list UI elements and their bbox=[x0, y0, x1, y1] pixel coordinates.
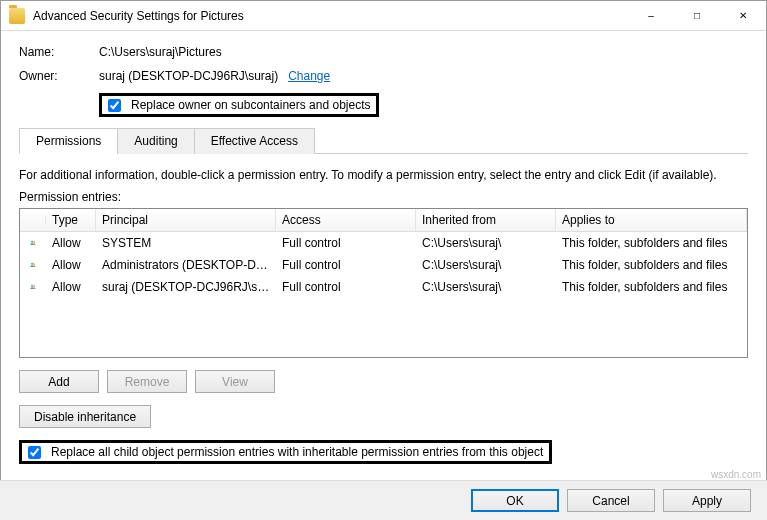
change-owner-link[interactable]: Change bbox=[288, 69, 330, 83]
ok-button[interactable]: OK bbox=[471, 489, 559, 512]
owner-label: Owner: bbox=[19, 69, 99, 83]
minimize-button[interactable]: – bbox=[628, 1, 674, 31]
cell-type: Allow bbox=[46, 257, 96, 273]
permission-entries-label: Permission entries: bbox=[19, 190, 748, 204]
table-row[interactable]: AllowAdministrators (DESKTOP-DC...Full c… bbox=[20, 254, 747, 276]
replace-owner-label: Replace owner on subcontainers and objec… bbox=[131, 98, 370, 112]
col-type[interactable]: Type bbox=[46, 209, 96, 231]
watermark: wsxdn.com bbox=[711, 469, 761, 480]
tab-permissions[interactable]: Permissions bbox=[19, 128, 118, 154]
cell-inherited: C:\Users\suraj\ bbox=[416, 279, 556, 295]
cell-access: Full control bbox=[276, 279, 416, 295]
svg-point-3 bbox=[33, 263, 35, 265]
replace-owner-box[interactable]: Replace owner on subcontainers and objec… bbox=[99, 93, 379, 117]
window-title: Advanced Security Settings for Pictures bbox=[33, 9, 628, 23]
footer: OK Cancel Apply bbox=[0, 480, 767, 520]
tab-effective-access[interactable]: Effective Access bbox=[194, 128, 315, 154]
cell-principal: Administrators (DESKTOP-DC... bbox=[96, 257, 276, 273]
cell-applies: This folder, subfolders and files bbox=[556, 279, 747, 295]
cell-inherited: C:\Users\suraj\ bbox=[416, 235, 556, 251]
col-principal[interactable]: Principal bbox=[96, 209, 276, 231]
cell-access: Full control bbox=[276, 235, 416, 251]
cell-applies: This folder, subfolders and files bbox=[556, 257, 747, 273]
apply-button[interactable]: Apply bbox=[663, 489, 751, 512]
svg-point-2 bbox=[31, 263, 33, 265]
svg-point-0 bbox=[31, 241, 33, 243]
cell-inherited: C:\Users\suraj\ bbox=[416, 257, 556, 273]
svg-point-4 bbox=[31, 285, 33, 287]
table-row[interactable]: Allowsuraj (DESKTOP-DCJ96RJ\suraj)Full c… bbox=[20, 276, 747, 298]
cell-principal: suraj (DESKTOP-DCJ96RJ\suraj) bbox=[96, 279, 276, 295]
remove-button[interactable]: Remove bbox=[107, 370, 187, 393]
replace-child-checkbox[interactable] bbox=[28, 446, 41, 459]
replace-owner-checkbox[interactable] bbox=[108, 99, 121, 112]
owner-value: suraj (DESKTOP-DCJ96RJ\suraj) bbox=[99, 69, 278, 83]
table-row[interactable]: AllowSYSTEMFull controlC:\Users\suraj\Th… bbox=[20, 232, 747, 254]
view-button[interactable]: View bbox=[195, 370, 275, 393]
col-applies[interactable]: Applies to bbox=[556, 209, 747, 231]
cell-access: Full control bbox=[276, 257, 416, 273]
cell-type: Allow bbox=[46, 279, 96, 295]
replace-child-label: Replace all child object permission entr… bbox=[51, 445, 543, 459]
col-access[interactable]: Access bbox=[276, 209, 416, 231]
users-icon bbox=[24, 234, 42, 252]
col-inherited[interactable]: Inherited from bbox=[416, 209, 556, 231]
table-header: Type Principal Access Inherited from App… bbox=[20, 209, 747, 232]
replace-child-box[interactable]: Replace all child object permission entr… bbox=[19, 440, 552, 464]
cancel-button[interactable]: Cancel bbox=[567, 489, 655, 512]
users-icon bbox=[24, 256, 42, 274]
svg-point-5 bbox=[33, 285, 35, 287]
maximize-button[interactable]: □ bbox=[674, 1, 720, 31]
cell-applies: This folder, subfolders and files bbox=[556, 235, 747, 251]
tab-bar: Permissions Auditing Effective Access bbox=[19, 127, 748, 154]
folder-icon bbox=[9, 8, 25, 24]
tab-auditing[interactable]: Auditing bbox=[117, 128, 194, 154]
cell-principal: SYSTEM bbox=[96, 235, 276, 251]
titlebar: Advanced Security Settings for Pictures … bbox=[1, 1, 766, 31]
disable-inheritance-button[interactable]: Disable inheritance bbox=[19, 405, 151, 428]
users-icon bbox=[24, 278, 42, 296]
close-button[interactable]: ✕ bbox=[720, 1, 766, 31]
name-value: C:\Users\suraj\Pictures bbox=[99, 45, 222, 59]
name-label: Name: bbox=[19, 45, 99, 59]
cell-type: Allow bbox=[46, 235, 96, 251]
add-button[interactable]: Add bbox=[19, 370, 99, 393]
info-text: For additional information, double-click… bbox=[19, 168, 748, 182]
permission-table: Type Principal Access Inherited from App… bbox=[19, 208, 748, 358]
svg-point-1 bbox=[33, 241, 35, 243]
